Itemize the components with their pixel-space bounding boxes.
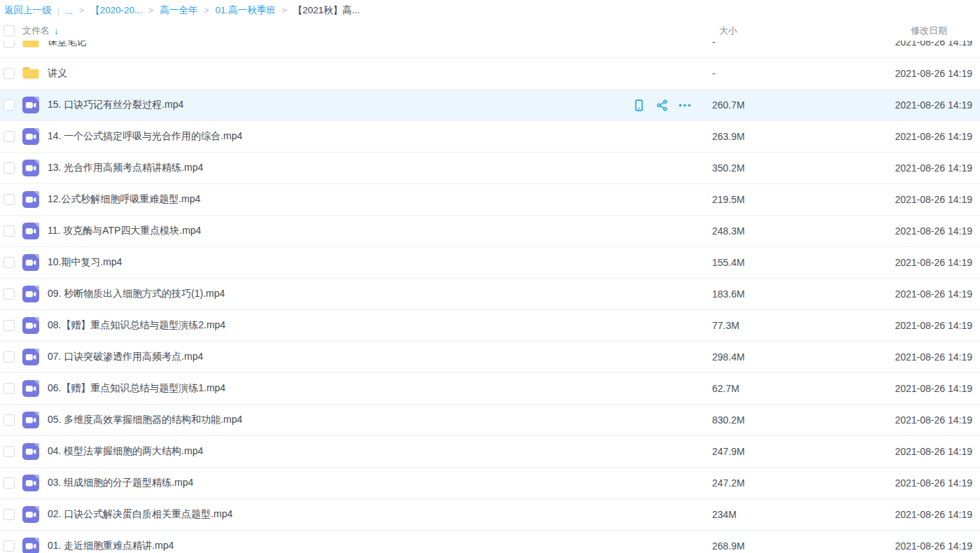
- file-name[interactable]: 15. 口诀巧记有丝分裂过程.mp4: [48, 99, 183, 111]
- table-row[interactable]: 07. 口诀突破渗透作用高频考点.mp4298.4M2021-08-26 14:…: [0, 342, 980, 373]
- file-name[interactable]: 14. 一个公式搞定呼吸与光合作用的综合.mp4: [48, 130, 242, 143]
- breadcrumb-separator-icon: >: [79, 6, 84, 15]
- row-checkbox[interactable]: [3, 41, 15, 48]
- breadcrumb-link[interactable]: 01.高一秋季班: [215, 4, 276, 17]
- file-date: 2021-08-26 14:19: [895, 414, 972, 426]
- video-file-icon: [22, 254, 39, 271]
- file-date: 2021-08-26 14:19: [895, 225, 972, 237]
- file-name[interactable]: 13. 光合作用高频考点精讲精练.mp4: [48, 162, 203, 174]
- table-row[interactable]: 09. 秒断物质出入细胞方式的技巧(1).mp4183.6M2021-08-26…: [0, 279, 980, 310]
- file-name[interactable]: 11. 攻克酶与ATP四大重点模块.mp4: [48, 225, 201, 237]
- column-header-size: 大小: [719, 24, 737, 37]
- file-name[interactable]: 01. 走近细胞重难点精讲.mp4: [48, 540, 173, 552]
- row-checkbox[interactable]: [3, 351, 15, 363]
- file-size: 298.4M: [712, 351, 745, 363]
- video-file-icon: [22, 349, 39, 365]
- table-row[interactable]: 讲义-2021-08-26 14:19: [0, 58, 980, 90]
- file-name[interactable]: 04. 模型法掌握细胞的两大结构.mp4: [48, 445, 203, 458]
- file-name[interactable]: 06.【赠】重点知识总结与题型演练1.mp4: [48, 382, 225, 395]
- row-checkbox[interactable]: [3, 257, 15, 268]
- filename-column-label: 文件名: [22, 24, 50, 37]
- file-name[interactable]: 08.【赠】重点知识总结与题型演练2.mp4: [48, 319, 225, 332]
- file-name[interactable]: 讲义: [48, 67, 67, 80]
- table-row[interactable]: 08.【赠】重点知识总结与题型演练2.mp477.3M2021-08-26 14…: [0, 310, 980, 342]
- file-name[interactable]: 02. 口诀公式解决蛋白质相关重点题型.mp4: [48, 508, 232, 521]
- file-name[interactable]: 03. 组成细胞的分子题型精练.mp4: [48, 477, 193, 489]
- file-date: 2021-08-26 14:19: [895, 509, 972, 520]
- table-row[interactable]: 02. 口诀公式解决蛋白质相关重点题型.mp4234M2021-08-26 14…: [0, 499, 980, 531]
- file-date: 2021-08-26 14:19: [895, 68, 972, 79]
- video-file-icon: [22, 191, 39, 208]
- video-file-icon: [22, 475, 39, 491]
- file-size: 183.6M: [712, 288, 745, 300]
- table-row[interactable]: 04. 模型法掌握细胞的两大结构.mp4247.9M2021-08-26 14:…: [0, 436, 980, 468]
- folder-icon: [22, 41, 39, 50]
- breadcrumb-link[interactable]: 【2020-20...: [90, 4, 142, 17]
- video-file-icon: [22, 538, 39, 553]
- folder-icon: [22, 65, 39, 82]
- video-file-icon: [22, 475, 39, 491]
- file-name[interactable]: 10.期中复习.mp4: [48, 256, 122, 269]
- table-row[interactable]: 13. 光合作用高频考点精讲精练.mp4350.2M2021-08-26 14:…: [0, 153, 980, 184]
- share-button[interactable]: [655, 98, 669, 112]
- file-size: 260.7M: [712, 99, 745, 111]
- video-file-icon: [22, 160, 39, 176]
- table-row[interactable]: 06.【赠】重点知识总结与题型演练1.mp462.7M2021-08-26 14…: [0, 373, 980, 405]
- breadcrumb-link[interactable]: 高一全年: [160, 4, 198, 17]
- folder-icon: [22, 65, 39, 82]
- table-row[interactable]: 课堂笔记-2021-08-26 14:19: [0, 41, 980, 58]
- row-checkbox[interactable]: [3, 68, 15, 79]
- table-row[interactable]: 12.公式秒解细胞呼吸重难题型.mp4219.5M2021-08-26 14:1…: [0, 184, 980, 216]
- row-checkbox[interactable]: [3, 288, 15, 300]
- row-checkbox[interactable]: [3, 477, 15, 489]
- file-name[interactable]: 07. 口诀突破渗透作用高频考点.mp4: [48, 351, 203, 363]
- breadcrumb-link[interactable]: ...: [65, 6, 73, 16]
- more-button[interactable]: [678, 98, 692, 112]
- row-checkbox[interactable]: [3, 446, 15, 457]
- video-file-icon: [22, 254, 39, 271]
- file-size: 247.9M: [712, 446, 745, 457]
- file-date: 2021-08-26 14:19: [895, 351, 972, 363]
- table-row[interactable]: 14. 一个公式搞定呼吸与光合作用的综合.mp4263.9M2021-08-26…: [0, 121, 980, 153]
- video-file-icon: [22, 223, 39, 239]
- breadcrumb-separator-icon: >: [149, 6, 154, 15]
- breadcrumb-current-folder: 【2021秋】高...: [293, 4, 360, 17]
- row-checkbox[interactable]: [3, 509, 15, 520]
- file-name[interactable]: 课堂笔记: [48, 41, 87, 48]
- table-row[interactable]: 03. 组成细胞的分子题型精练.mp4247.2M2021-08-26 14:1…: [0, 468, 980, 499]
- video-file-icon: [22, 380, 39, 397]
- row-checkbox[interactable]: [3, 383, 15, 394]
- table-row[interactable]: 01. 走近细胞重难点精讲.mp4268.9M2021-08-26 14:19: [0, 531, 980, 553]
- table-row[interactable]: 05. 多维度高效掌握细胞器的结构和功能.mp4830.2M2021-08-26…: [0, 405, 980, 436]
- file-name[interactable]: 09. 秒断物质出入细胞方式的技巧(1).mp4: [48, 288, 225, 300]
- breadcrumb-crumbs: ...>【2020-20...>高一全年>01.高一秋季班>【2021秋】高..…: [65, 4, 360, 17]
- video-file-icon: [22, 191, 39, 208]
- table-row[interactable]: 15. 口诀巧记有丝分裂过程.mp4260.7M2021-08-26 14:19: [0, 90, 980, 121]
- row-checkbox[interactable]: [3, 194, 15, 205]
- row-checkbox[interactable]: [3, 540, 15, 552]
- file-date: 2021-08-26 14:19: [895, 41, 972, 48]
- send-to-device-button[interactable]: [632, 98, 646, 112]
- file-date: 2021-08-26 14:19: [895, 131, 972, 142]
- file-date: 2021-08-26 14:19: [895, 383, 972, 394]
- column-header-filename[interactable]: 文件名 ↓: [22, 24, 59, 37]
- table-row[interactable]: 11. 攻克酶与ATP四大重点模块.mp4248.3M2021-08-26 14…: [0, 216, 980, 247]
- video-file-icon: [22, 97, 39, 113]
- file-size: 248.3M: [712, 225, 745, 237]
- row-checkbox[interactable]: [3, 99, 15, 111]
- row-checkbox[interactable]: [3, 414, 15, 426]
- select-all-checkbox[interactable]: [3, 25, 15, 36]
- file-date: 2021-08-26 14:19: [895, 194, 972, 205]
- row-checkbox[interactable]: [3, 162, 15, 174]
- breadcrumb-separator-icon: >: [282, 6, 287, 15]
- video-file-icon: [22, 443, 39, 460]
- file-name[interactable]: 05. 多维度高效掌握细胞器的结构和功能.mp4: [48, 414, 242, 426]
- row-checkbox[interactable]: [3, 225, 15, 237]
- back-to-parent-link[interactable]: 返回上一级: [4, 4, 52, 17]
- breadcrumb-divider: |: [57, 6, 60, 16]
- row-checkbox[interactable]: [3, 320, 15, 331]
- breadcrumb-separator-icon: >: [204, 6, 209, 15]
- file-name[interactable]: 12.公式秒解细胞呼吸重难题型.mp4: [48, 193, 201, 206]
- table-row[interactable]: 10.期中复习.mp4155.4M2021-08-26 14:19: [0, 247, 980, 279]
- row-checkbox[interactable]: [3, 131, 15, 142]
